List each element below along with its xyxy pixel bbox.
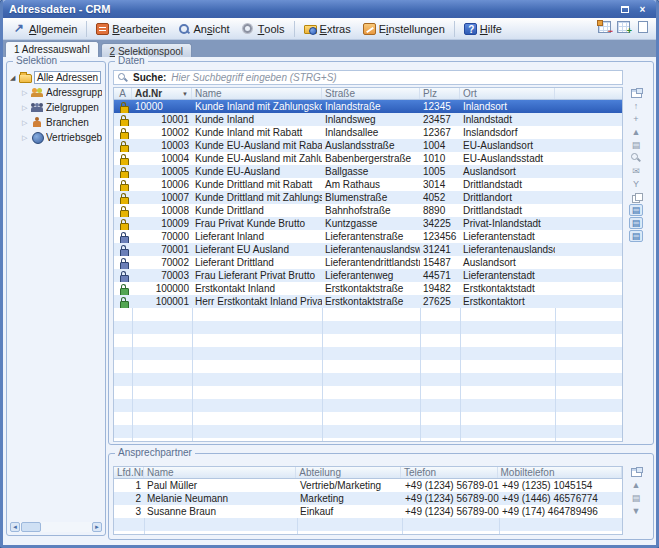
address-row[interactable]: 100000 Erstkontakt Inland Erstkontaktstr… (114, 282, 622, 295)
window-title: Adressdaten - CRM (9, 3, 614, 15)
scroll-thumb[interactable] (21, 522, 41, 532)
address-row[interactable]: 70000 Lieferant Inland Lieferantenstraße… (114, 230, 622, 243)
tree-collapsed-icon[interactable]: ▷ (22, 119, 31, 127)
menu-item[interactable]: Ansicht (173, 21, 235, 37)
col-header-contact-name[interactable]: Name (144, 467, 296, 478)
col-header-adnr[interactable]: Ad.Nr▼ (132, 88, 192, 99)
scroll-down-icon[interactable]: ▼ (629, 505, 643, 517)
search-detail-icon[interactable] (629, 152, 643, 164)
scroll-up-icon[interactable]: ▲ (629, 479, 643, 491)
lock-icon (120, 193, 127, 203)
scroll-left-icon[interactable]: ◄ (10, 522, 20, 532)
address-row[interactable]: 10001 Kunde Inland Inlandsweg 23457 Inla… (114, 113, 622, 126)
scroll-top-icon[interactable]: ↑ (629, 100, 643, 112)
menu-item[interactable]: Extras (299, 21, 356, 37)
view-button-1[interactable]: ▤ (629, 204, 643, 216)
contact-row[interactable]: 3 Susanne Braun Einkauf +49 (1234) 56789… (114, 505, 622, 518)
address-row[interactable]: 10003 Kunde EU-Ausland mit Rabatt Auslan… (114, 139, 622, 152)
lock-icon (120, 102, 127, 112)
tree-collapsed-icon[interactable]: ▷ (22, 104, 31, 112)
menu-item-icon (242, 23, 255, 35)
menu-item[interactable]: Hilfe (459, 21, 507, 37)
col-header-a[interactable]: A (114, 88, 132, 99)
col-header-strasse[interactable]: Straße (322, 88, 420, 99)
app-window: Adressdaten - CRM × Allgemein Bearbe (0, 0, 659, 548)
tree-item-icon (31, 87, 44, 98)
scroll-up-icon[interactable]: ▲ (629, 126, 643, 138)
address-row[interactable]: 10008 Kunde Drittland Bahnhofstraße 8890… (114, 204, 622, 217)
address-row[interactable]: 70002 Lieferant Drittland Lieferantendri… (114, 256, 622, 269)
view-button-2[interactable]: ▤ (629, 217, 643, 229)
tree-root-alle-adressen[interactable]: ◢ Alle Adressen (10, 70, 102, 85)
restore-button[interactable] (617, 3, 632, 16)
lock-icon (120, 271, 127, 281)
selektion-panel: Selektion ◢ Alle Adressen ▷ Adressgruppe… (6, 61, 106, 536)
address-table-header: A Ad.Nr▼ Name Straße Plz Ort (113, 87, 623, 100)
tree-item[interactable]: ▷ Branchen (10, 115, 102, 130)
col-header-name[interactable]: Name (192, 88, 322, 99)
content-area: Selektion ◢ Alle Adressen ▷ Adressgruppe… (3, 57, 656, 544)
scroll-right-icon[interactable]: ► (92, 522, 102, 532)
address-table-body: 10000 Kunde Inland mit Zahlungskondition… (113, 100, 623, 442)
table-add-icon[interactable]: + (617, 21, 630, 33)
address-row[interactable]: 10004 Kunde EU-Ausland mit Zahlungskondt… (114, 152, 622, 165)
view-button-3[interactable]: ▤ (629, 230, 643, 242)
col-header-abteilung[interactable]: Abteilung (296, 467, 401, 478)
column-chooser-icon[interactable] (629, 466, 643, 478)
lock-icon (120, 297, 127, 307)
mail-icon[interactable]: ✉ (629, 165, 643, 177)
new-document-icon[interactable] (638, 21, 648, 33)
close-button[interactable]: × (635, 3, 650, 16)
col-header-lfdnr[interactable]: Lfd.Nr. (114, 467, 144, 478)
tree-collapsed-icon[interactable]: ▷ (22, 134, 31, 142)
expand-icon[interactable]: + (629, 113, 643, 125)
list-view-icon[interactable]: ▤ (629, 492, 643, 504)
tree-item[interactable]: ▷ Vertriebsgebiete (10, 130, 102, 145)
col-header-plz[interactable]: Plz (420, 88, 460, 99)
ansprechpartner-panel-label: Ansprechpartner (115, 447, 195, 458)
address-row[interactable]: 100001 Herr Erstkontakt Inland Privat Er… (114, 295, 622, 308)
ansprechpartner-panel: Ansprechpartner Lfd.Nr. Name Abteilung T… (108, 453, 654, 540)
address-row[interactable]: 10000 Kunde Inland mit Zahlungskondition… (114, 100, 622, 113)
title-bar[interactable]: Adressdaten - CRM × (3, 0, 656, 18)
address-row[interactable]: 10009 Frau Privat Kunde Brutto Kuntzgass… (114, 217, 622, 230)
filter-icon[interactable]: Y (629, 178, 643, 190)
tree-expanded-icon[interactable]: ◢ (10, 74, 19, 82)
address-row[interactable]: 10007 Kunde Drittland mit Zahlungskondit… (114, 191, 622, 204)
menu-bar: Allgemein Bearbeiten Ansicht (3, 18, 656, 40)
tree-collapsed-icon[interactable]: ▷ (22, 89, 31, 97)
search-label: Suche: (133, 72, 166, 83)
search-bar[interactable]: Suche: Hier Suchbegriff eingeben (STRG+S… (113, 70, 623, 85)
list-view-icon[interactable]: ▤ (629, 139, 643, 151)
menu-item-icon (464, 23, 477, 35)
menu-item[interactable]: Bearbeiten (91, 21, 170, 37)
lock-icon (120, 167, 127, 177)
lock-icon (120, 115, 127, 125)
menu-item[interactable]: Allgemein (8, 21, 82, 37)
copy-icon[interactable] (629, 191, 643, 203)
menu-item[interactable]: Einstellungen (358, 21, 450, 37)
address-row[interactable]: 10002 Kunde Inland mit Rabatt Inlandsall… (114, 126, 622, 139)
lock-icon (120, 180, 127, 190)
address-row[interactable]: 10005 Kunde EU-Ausland Ballgasse 1005 Au… (114, 165, 622, 178)
col-header-mobiltelefon[interactable]: Mobiltelefon (498, 467, 623, 478)
tab-strip: 1 Adressauswahl 2 Selektionspool (3, 40, 656, 57)
column-chooser-icon[interactable] (629, 87, 643, 99)
contact-row[interactable]: 1 Paul Müller Vertrieb/Marketing +49 (12… (114, 479, 622, 492)
address-row[interactable]: 70001 Lieferant EU Ausland Lieferantenau… (114, 243, 622, 256)
address-row[interactable]: 10006 Kunde Drittland mit Rabatt Am Rath… (114, 178, 622, 191)
col-header-telefon[interactable]: Telefon (401, 467, 498, 478)
contact-table-body: 1 Paul Müller Vertrieb/Marketing +49 (12… (113, 479, 623, 535)
menu-item[interactable]: Tools (237, 21, 290, 37)
search-input[interactable]: Hier Suchbegriff eingeben (STRG+S) (171, 72, 336, 83)
menu-separator (86, 21, 87, 37)
address-row[interactable]: 70003 Frau Lieferant Privat Brutto Liefe… (114, 269, 622, 282)
lock-icon (120, 141, 127, 151)
lock-icon (120, 219, 127, 229)
selektion-hscrollbar[interactable]: ◄ ► (10, 522, 102, 532)
toolbar-right: − + (598, 21, 648, 33)
contact-row[interactable]: 2 Melanie Neumann Marketing +49 (1234) 5… (114, 492, 622, 505)
tree-item[interactable]: ▷ Zielgruppen (10, 100, 102, 115)
col-header-ort[interactable]: Ort (460, 88, 555, 99)
tree-item[interactable]: ▷ Adressgruppen (10, 85, 102, 100)
